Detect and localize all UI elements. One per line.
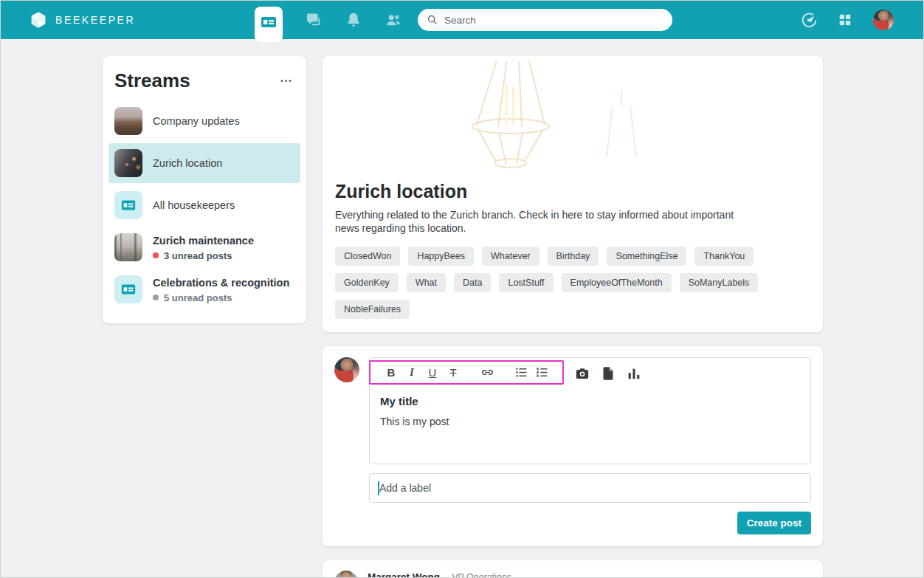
post-body-input[interactable]: This is my post (380, 416, 810, 427)
stream-thumbnail (114, 107, 142, 135)
apps-grid-button[interactable] (837, 12, 854, 29)
stream-thumbnail (114, 233, 142, 261)
streams-sidebar: Streams Company updates Zurich location … (103, 56, 306, 323)
post-title-input[interactable]: My title (380, 395, 810, 407)
sidebar-item-company-updates[interactable]: Company updates (108, 101, 300, 141)
format-group-highlight: B I U T (369, 360, 564, 385)
nav-chat-button[interactable] (305, 11, 323, 29)
label-chip[interactable]: HappyBees (408, 247, 474, 266)
streams-title: Streams (114, 69, 190, 92)
label-chip[interactable]: LostStuff (499, 273, 553, 292)
sidebar-item-zurich-maintenance[interactable]: Zurich maintenance 3 unread posts (108, 227, 300, 267)
label-chip[interactable]: ClosedWon (335, 247, 400, 266)
link-button[interactable] (477, 365, 497, 379)
cage-lamp-graphic (328, 61, 818, 169)
add-label-field[interactable] (369, 473, 811, 503)
numbered-list-icon (535, 365, 549, 379)
sidebar-item-zurich-location[interactable]: Zurich location (108, 143, 300, 183)
sidebar-item-all-housekeepers[interactable]: All housekeepers (108, 185, 300, 225)
primary-nav (255, 1, 402, 39)
nav-notifications-button[interactable] (345, 11, 362, 29)
poll-button[interactable] (626, 365, 642, 382)
format-toolbar: B I U T (370, 358, 810, 385)
label-chip[interactable]: Data (454, 273, 491, 292)
label-chip[interactable]: ThankYou (694, 247, 754, 266)
stream-thumbnail (114, 149, 142, 177)
label-chip[interactable]: Birthday (548, 247, 599, 266)
post-author-avatar[interactable] (334, 571, 358, 578)
camera-icon (574, 365, 590, 382)
sidebar-item-label: Zurich maintenance (153, 235, 254, 247)
attachment-toolbar (574, 365, 642, 382)
italic-button[interactable]: I (401, 366, 422, 379)
post-editor[interactable]: B I U T (369, 357, 811, 464)
unread-indicator: 3 unread posts (153, 250, 254, 261)
stream-cover-image (328, 61, 818, 169)
label-chip[interactable]: GoldenKey (335, 273, 399, 292)
stream-header-card: Zurich location Everything related to th… (323, 56, 823, 332)
brand-name: BEEKEEPER (55, 14, 135, 26)
create-post-button[interactable]: Create post (737, 512, 811, 534)
document-icon (600, 365, 616, 382)
link-icon (480, 365, 494, 379)
post-author-role: VP Operations (452, 572, 511, 578)
top-bar: BEEKEEPER (1, 1, 923, 39)
unread-dot-red (153, 252, 159, 258)
stream-title: Zurich location (335, 181, 810, 202)
people-icon (385, 11, 402, 29)
label-chip[interactable]: EmployeeOfTheMonth (562, 273, 672, 292)
label-chip[interactable]: What (407, 273, 446, 292)
add-label-input[interactable] (370, 474, 810, 502)
label-chip[interactable]: SoManyLabels (680, 273, 759, 292)
sidebar-item-label: Celebrations & recognition (153, 277, 289, 289)
label-chip[interactable]: NobleFailures (335, 300, 410, 319)
nav-people-button[interactable] (385, 11, 402, 29)
unread-count-label: 3 unread posts (164, 250, 232, 261)
stream-labels: ClosedWon HappyBees Whatever Birthday So… (335, 247, 810, 319)
post-author-name[interactable]: Margaret Wong (368, 571, 440, 578)
post-card: Margaret Wong · VP Operations 06/01/2020… (323, 560, 823, 578)
content-area: Streams Company updates Zurich location … (103, 56, 823, 578)
bell-icon (345, 11, 362, 29)
composer-avatar (334, 357, 359, 382)
numbered-list-button[interactable] (531, 365, 552, 379)
search-input[interactable] (444, 15, 663, 26)
nav-streams-tab[interactable] (255, 7, 283, 42)
sidebar-item-celebrations[interactable]: Celebrations & recognition 5 unread post… (108, 269, 300, 309)
beekeeper-logo-icon (29, 10, 48, 30)
chat-icon (305, 11, 323, 29)
text-caret (378, 481, 379, 495)
post-menu-button[interactable] (793, 571, 811, 578)
dashboard-button[interactable] (801, 12, 818, 29)
create-post-card: B I U T (323, 346, 823, 546)
separator-dot: · (444, 572, 447, 578)
underline-button[interactable]: U (422, 366, 443, 379)
streams-icon (260, 13, 277, 31)
file-button[interactable] (600, 365, 616, 382)
bar-chart-icon (626, 365, 642, 382)
sidebar-item-label: Zurich location (153, 157, 222, 169)
sidebar-item-label: All housekeepers (153, 199, 235, 211)
label-chip[interactable]: SomethingElse (607, 247, 686, 266)
header-actions (801, 1, 923, 39)
unread-count-label: 5 unread posts (164, 292, 232, 303)
unread-indicator: 5 unread posts (153, 292, 289, 303)
stream-default-icon (114, 275, 142, 303)
stream-description: Everything related to the Zurich branch.… (335, 208, 752, 235)
photo-button[interactable] (574, 365, 590, 382)
user-avatar[interactable] (873, 10, 894, 30)
global-search[interactable] (418, 9, 672, 31)
main-column: Zurich location Everything related to th… (323, 56, 823, 578)
bold-button[interactable]: B (381, 366, 401, 379)
bullet-list-icon (514, 365, 528, 379)
streams-menu-button[interactable] (277, 72, 294, 90)
strikethrough-button[interactable]: T (443, 366, 463, 379)
stream-default-icon (114, 191, 142, 219)
search-icon (427, 14, 438, 26)
sidebar-item-label: Company updates (153, 115, 240, 127)
unread-dot-gray (153, 295, 159, 300)
bullet-list-button[interactable] (511, 365, 531, 379)
brand: BEEKEEPER (29, 1, 135, 39)
label-chip[interactable]: Whatever (482, 247, 539, 266)
